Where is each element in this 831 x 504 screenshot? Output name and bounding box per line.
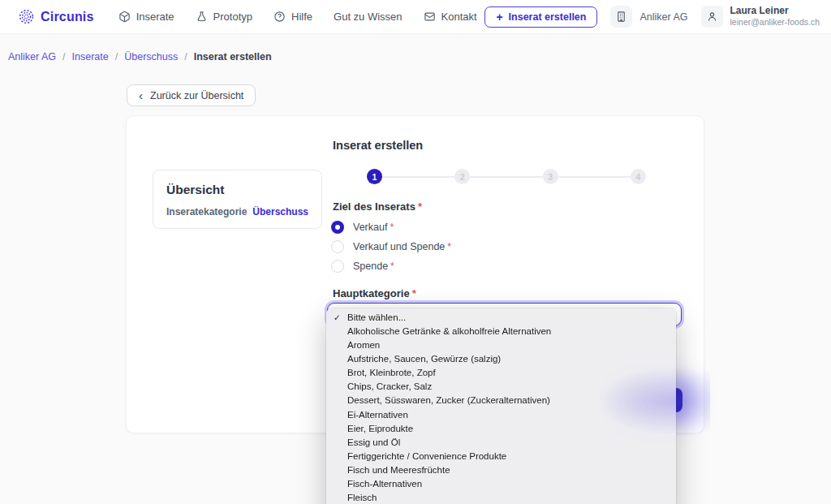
step-1-active[interactable]: 1 — [367, 169, 382, 184]
package-icon — [118, 11, 131, 23]
user-name: Laura Leiner — [730, 5, 820, 17]
top-navbar: Circunis Inserate Prototyp Hilfe Gut zu … — [0, 0, 831, 34]
nav-item-inserate[interactable]: Inserate — [118, 11, 174, 23]
stepper-connector — [558, 176, 631, 178]
category-dropdown-list: ✓ Bitte wählen... Alkoholische Getränke … — [326, 310, 676, 504]
dropdown-option[interactable]: Dessert, Süsswaren, Zucker (Zuckeraltern… — [326, 394, 676, 407]
brand-logo[interactable]: Circunis — [18, 8, 94, 25]
breadcrumb-separator: / — [115, 51, 118, 62]
radio-option-verkauf-und-spende[interactable]: Verkauf und Spende* — [331, 239, 451, 253]
help-icon — [273, 11, 286, 23]
building-icon — [610, 6, 632, 28]
brand-name: Circunis — [41, 10, 94, 24]
user-info: Laura Leiner leiner@anliker-foods.ch — [730, 5, 820, 28]
nav-item-kontakt[interactable]: Kontakt — [424, 11, 477, 23]
required-asterisk: * — [412, 287, 416, 299]
overview-row: Inseratekategorie Überschuss — [166, 206, 308, 218]
radio-label: Spende* — [353, 261, 394, 272]
breadcrumb-current: Inserat erstellen — [194, 51, 272, 62]
step-2[interactable]: 2 — [454, 169, 470, 184]
company-switcher[interactable]: Anliker AG — [610, 6, 687, 28]
dropdown-option[interactable]: Essig und Öl — [326, 435, 676, 449]
dropdown-option[interactable]: Eier, Eiprodukte — [326, 421, 676, 435]
dropdown-option[interactable]: Aufstriche, Saucen, Gewürze (salzig) — [326, 351, 676, 365]
plus-icon: + — [496, 11, 502, 23]
nav-label: Prototyp — [213, 11, 252, 23]
radio-option-spende[interactable]: Spende* — [331, 259, 394, 273]
required-asterisk: * — [447, 241, 451, 252]
nav-label: Hilfe — [291, 11, 312, 23]
step-3[interactable]: 3 — [543, 169, 558, 184]
nav-label: Inserate — [136, 11, 174, 23]
page: Circunis Inserate Prototyp Hilfe Gut zu … — [0, 0, 831, 504]
radio-unselected-icon[interactable] — [331, 240, 344, 253]
dropdown-option[interactable]: Aromen — [326, 338, 676, 351]
dropdown-option[interactable]: ✓ Bitte wählen... — [326, 310, 676, 324]
dropdown-option[interactable]: Fisch-Alternativen — [326, 477, 676, 491]
dropdown-option[interactable]: Fisch und Meeresfrüchte — [326, 463, 676, 477]
category-field-label: Hauptkategorie* — [333, 287, 416, 299]
breadcrumb-separator: / — [184, 51, 187, 62]
breadcrumb-link-company[interactable]: Anliker AG — [8, 51, 56, 62]
radio-unselected-icon[interactable] — [331, 260, 344, 273]
user-email: leiner@anliker-foods.ch — [730, 17, 820, 28]
company-name: Anliker AG — [639, 11, 687, 23]
breadcrumb: Anliker AG / Inserate / Überschuss / Ins… — [8, 51, 272, 62]
dropdown-option[interactable]: Chips, Cracker, Salz — [326, 380, 676, 394]
breadcrumb-separator: / — [62, 51, 65, 62]
mail-icon — [424, 11, 436, 23]
overview-row-label: Inseratekategorie — [166, 206, 247, 218]
required-asterisk: * — [418, 200, 422, 213]
required-asterisk: * — [390, 261, 394, 272]
category-dropdown-menu: ✓ Bitte wählen... Alkoholische Getränke … — [326, 308, 676, 504]
radio-selected-icon[interactable] — [331, 221, 344, 234]
dropdown-option[interactable]: Brot, Kleinbrote, Zopf — [326, 366, 676, 380]
overview-title: Übersicht — [166, 183, 308, 197]
radio-option-verkauf[interactable]: Verkauf* — [331, 220, 394, 234]
nav-item-prototyp[interactable]: Prototyp — [196, 11, 252, 23]
goal-field-label: Ziel des Inserats* — [333, 200, 422, 213]
breadcrumb-link-ueberschuss[interactable]: Überschuss — [124, 51, 178, 62]
form-title: Inserat erstellen — [333, 139, 423, 152]
radio-label: Verkauf und Spende* — [353, 241, 451, 252]
stepper-connector — [470, 176, 542, 178]
create-inserat-button[interactable]: + Inserat erstellen — [484, 6, 597, 28]
flask-icon — [196, 11, 208, 23]
create-inserat-label: Inserat erstellen — [509, 11, 587, 23]
dropdown-option[interactable]: Fleisch — [326, 491, 676, 504]
nav-item-hilfe[interactable]: Hilfe — [273, 11, 312, 23]
dropdown-option[interactable]: Fertiggerichte / Convenience Produkte — [326, 449, 676, 463]
dropdown-option[interactable]: Ei-Alternativen — [326, 407, 676, 421]
overview-row-value: Überschuss — [252, 206, 308, 218]
user-menu[interactable]: Laura Leiner leiner@anliker-foods.ch — [701, 5, 820, 28]
back-button-label: Zurück zur Übersicht — [150, 90, 243, 101]
required-asterisk: * — [390, 222, 394, 233]
dropdown-option[interactable]: Alkoholische Getränke & alkoholfreie Alt… — [326, 324, 676, 338]
back-to-overview-button[interactable]: ‹ Zurück zur Übersicht — [127, 84, 256, 106]
header-right: + Inserat erstellen Anliker AG Laura Lei… — [484, 5, 820, 28]
person-icon — [701, 6, 723, 28]
overview-summary-card: Übersicht Inseratekategorie Überschuss — [153, 170, 322, 229]
stepper-connector — [382, 176, 454, 178]
step-4[interactable]: 4 — [631, 169, 646, 184]
circunis-spiral-icon — [18, 8, 35, 25]
radio-label: Verkauf* — [353, 222, 394, 233]
wizard-stepper: 1 2 3 4 — [367, 169, 646, 184]
main-nav: Inserate Prototyp Hilfe Gut zu Wissen Ko… — [118, 11, 477, 23]
nav-label: Gut zu Wissen — [334, 11, 403, 23]
chevron-left-icon: ‹ — [139, 89, 143, 101]
nav-label: Kontakt — [441, 11, 477, 23]
nav-item-gut-zu-wissen[interactable]: Gut zu Wissen — [334, 11, 403, 23]
breadcrumb-link-inserate[interactable]: Inserate — [72, 51, 109, 62]
checkmark-icon: ✓ — [334, 312, 347, 322]
